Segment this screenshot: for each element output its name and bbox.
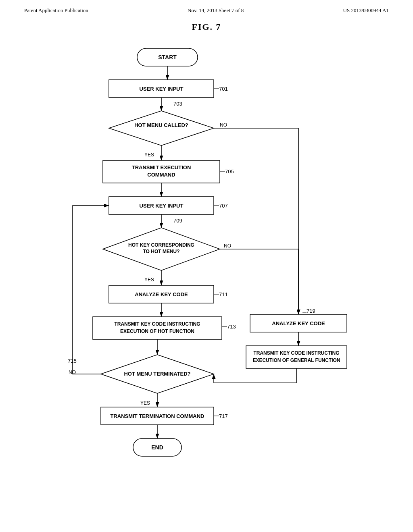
svg-text:TRANSMIT KEY CODE INSTRUCTING: TRANSMIT KEY CODE INSTRUCTING [114,321,200,327]
svg-text:TRANSMIT KEY CODE INSTRUCTING: TRANSMIT KEY CODE INSTRUCTING [253,350,339,356]
user-key-input-1-node: USER KEY INPUT [109,80,214,98]
hot-menu-terminated-node: HOT MENU TERMINATED? [101,355,214,393]
start-node: START [137,48,198,66]
transmit-execution-node: TRANSMIT EXECUTION COMMAND [103,160,220,183]
svg-text:719: 719 [307,308,315,314]
svg-text:TO HOT MENU?: TO HOT MENU? [143,249,179,254]
svg-text:TRANSMIT TERMINATION COMMAND: TRANSMIT TERMINATION COMMAND [110,413,204,419]
svg-marker-10 [109,111,214,145]
svg-text:EXECUTION OF HOT FUNCTION: EXECUTION OF HOT FUNCTION [120,328,194,334]
svg-text:TRANSMIT EXECUTION: TRANSMIT EXECUTION [132,164,191,170]
svg-text:717: 717 [219,413,228,419]
svg-text:YES: YES [144,277,154,283]
svg-text:NO: NO [69,370,76,375]
svg-text:701: 701 [219,86,228,92]
header-right: US 2013/0300944 A1 [343,7,389,14]
svg-text:USER KEY INPUT: USER KEY INPUT [140,86,184,92]
hot-menu-called-node: HOT MENU CALLED? [109,111,214,145]
svg-text:NO: NO [220,122,227,128]
svg-rect-38 [93,317,222,339]
figure-title: FIG. 7 [0,22,413,32]
svg-text:713: 713 [227,324,236,330]
svg-text:END: END [151,444,163,451]
header-left: Patent Application Publication [24,7,88,14]
transmit-key-code-general-node: TRANSMIT KEY CODE INSTRUCTING EXECUTION … [246,346,347,368]
svg-text:HOT KEY CORRESPONDING: HOT KEY CORRESPONDING [128,242,194,248]
svg-text:711: 711 [219,291,228,297]
flowchart-diagram: START USER KEY INPUT 701 703 HOT MENU CA… [0,32,413,500]
header-middle: Nov. 14, 2013 Sheet 7 of 8 [188,7,244,14]
svg-text:USER KEY INPUT: USER KEY INPUT [140,203,184,209]
user-key-input-2-node: USER KEY INPUT [109,197,214,214]
transmit-termination-node: TRANSMIT TERMINATION COMMAND [101,407,214,425]
svg-text:YES: YES [140,400,150,406]
analyze-key-code-711-node: ANALYZE KEY CODE [109,285,214,303]
svg-rect-64 [246,346,347,368]
svg-text:START: START [158,54,177,60]
svg-text:703: 703 [173,101,182,107]
svg-text:707: 707 [219,203,228,209]
hot-key-corresponding-node: HOT KEY CORRESPONDING TO HOT MENU? [103,228,220,270]
transmit-key-code-hot-node: TRANSMIT KEY CODE INSTRUCTING EXECUTION … [93,317,222,339]
svg-text:HOT MENU TERMINATED?: HOT MENU TERMINATED? [124,371,190,377]
analyze-key-code-719-node: ANALYZE KEY CODE [250,314,347,332]
page-header: Patent Application Publication Nov. 14, … [0,0,413,18]
end-node: END [133,438,181,456]
svg-text:YES: YES [144,152,154,158]
svg-text:705: 705 [225,168,234,175]
svg-text:NO: NO [224,243,231,249]
svg-text:EXECUTION OF GENERAL FUNCTION: EXECUTION OF GENERAL FUNCTION [252,357,340,363]
svg-text:ANALYZE KEY CODE: ANALYZE KEY CODE [272,320,325,326]
svg-text:HOT MENU CALLED?: HOT MENU CALLED? [134,122,188,128]
svg-text:ANALYZE KEY CODE: ANALYZE KEY CODE [135,291,188,297]
svg-text:715: 715 [68,358,77,364]
svg-text:COMMAND: COMMAND [147,172,175,178]
svg-text:709: 709 [173,218,182,224]
